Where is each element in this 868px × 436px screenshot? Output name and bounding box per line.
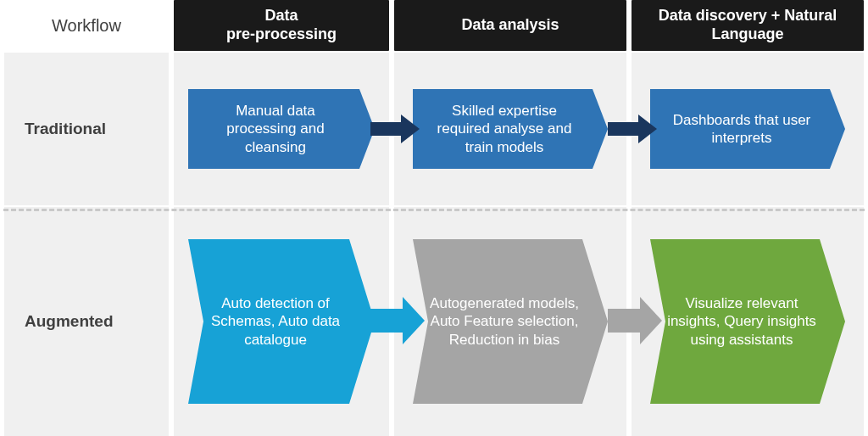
step-augmented-pre: Auto detection of Schemas, Auto data cat… (188, 239, 375, 404)
step-traditional-discovery: Dashboards that user interprets (650, 89, 845, 169)
step-traditional-analysis: Skilled expertise required analyse and t… (413, 89, 608, 169)
cell-augmented-analysis: Autogenerated models, Auto Feature selec… (394, 207, 626, 436)
cell-traditional-pre: Manual data processing and cleansing (174, 53, 389, 205)
step-traditional-pre: Manual data processing and cleansing (188, 89, 375, 169)
arrow-icon (608, 297, 664, 344)
arrow-icon (370, 297, 426, 344)
arrow-icon (370, 115, 421, 143)
row-label-augmented: Augmented (4, 207, 169, 436)
step-augmented-discovery-text: Visualize relevant insights, Query insig… (662, 294, 821, 349)
header-preprocessing-text: Data pre-processing (226, 7, 337, 43)
step-traditional-analysis-text: Skilled expertise required analyse and t… (425, 102, 584, 156)
cell-augmented-discovery: Visualize relevant insights, Query insig… (632, 207, 864, 436)
step-augmented-analysis-text: Autogenerated models, Auto Feature selec… (425, 294, 584, 349)
cell-augmented-pre: Auto detection of Schemas, Auto data cat… (174, 207, 389, 436)
arrow-icon (608, 115, 659, 143)
row-label-traditional: Traditional (4, 53, 169, 205)
workflow-diagram: Workflow Data pre-processing Data analys… (0, 0, 868, 436)
header-workflow: Workflow (4, 0, 169, 51)
step-augmented-pre-text: Auto detection of Schemas, Auto data cat… (200, 294, 351, 349)
header-analysis: Data analysis (394, 0, 626, 51)
header-discovery: Data discovery + Natural Language (632, 0, 864, 51)
header-preprocessing: Data pre-processing (174, 0, 389, 51)
cell-traditional-analysis: Skilled expertise required analyse and t… (394, 53, 626, 205)
step-traditional-pre-text: Manual data processing and cleansing (200, 102, 351, 156)
step-augmented-discovery: Visualize relevant insights, Query insig… (650, 239, 845, 404)
step-augmented-analysis: Autogenerated models, Auto Feature selec… (413, 239, 608, 404)
step-traditional-discovery-text: Dashboards that user interprets (662, 111, 821, 148)
cell-traditional-discovery: Dashboards that user interprets (632, 53, 864, 205)
